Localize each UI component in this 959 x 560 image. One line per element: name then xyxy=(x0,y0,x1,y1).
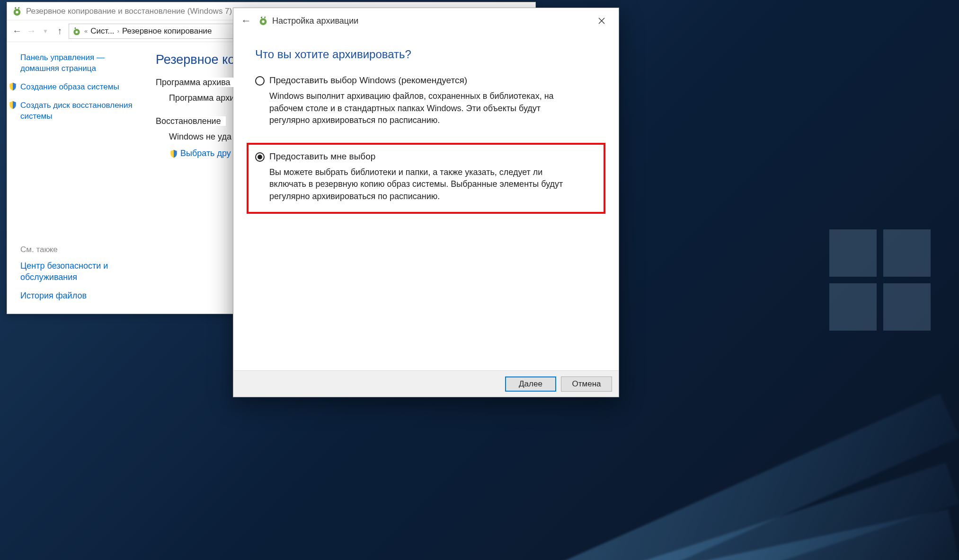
sidebar-home-link[interactable]: Панель управления — домашняя страница xyxy=(20,52,135,74)
close-button[interactable] xyxy=(591,13,612,29)
backup-icon xyxy=(258,16,268,26)
option-label: Предоставить выбор Windows (рекомендуетс… xyxy=(269,75,467,86)
option-label: Предоставить мне выбор xyxy=(269,151,375,162)
next-button[interactable]: Далее xyxy=(505,376,556,392)
svg-point-3 xyxy=(76,31,78,33)
dialog-back-button[interactable]: ← xyxy=(240,15,252,27)
dialog-body: Что вы хотите архивировать? Предоставить… xyxy=(233,34,619,223)
see-also-section: См. также Центр безопасности и обслужива… xyxy=(20,232,143,308)
option-let-windows-choose[interactable]: Предоставить выбор Windows (рекомендуетс… xyxy=(255,75,597,86)
breadcrumb[interactable]: Резервное копирование xyxy=(122,26,212,36)
sidebar-item-label: Создать диск восстановления системы xyxy=(20,100,135,122)
see-also-security-link[interactable]: Центр безопасности и обслуживания xyxy=(20,260,143,283)
breadcrumb[interactable]: Сист... xyxy=(90,26,114,36)
option-description: Windows выполнит архивацию файлов, сохра… xyxy=(269,90,582,127)
nav-back-button[interactable]: ← xyxy=(12,26,22,36)
dialog-title: Настройка архивации xyxy=(272,16,358,26)
backup-icon xyxy=(72,26,81,36)
nav-recent-dropdown[interactable]: ▼ xyxy=(40,26,51,36)
shield-icon xyxy=(169,149,178,158)
backup-wizard-dialog: ← Настройка архивации Что вы хотите архи… xyxy=(233,8,619,397)
sidebar: Панель управления — домашняя страница Со… xyxy=(7,42,144,314)
see-also-history-link[interactable]: История файлов xyxy=(20,290,143,301)
sidebar-create-image-link[interactable]: Создание образа системы xyxy=(8,82,135,93)
shield-icon xyxy=(8,100,18,110)
link-label: Выбрать дру xyxy=(180,149,231,158)
nav-forward-button[interactable]: → xyxy=(26,26,36,36)
close-icon xyxy=(598,18,605,24)
svg-point-1 xyxy=(16,11,18,14)
cancel-button[interactable]: Отмена xyxy=(561,376,612,392)
see-also-header: См. также xyxy=(20,245,143,254)
sidebar-item-label: Создание образа системы xyxy=(20,82,119,93)
dialog-heading: Что вы хотите архивировать? xyxy=(255,48,597,61)
radio-icon xyxy=(255,152,265,162)
windows-logo-grid xyxy=(829,229,931,331)
radio-icon xyxy=(255,76,265,86)
shield-icon xyxy=(8,82,18,91)
dialog-footer: Далее Отмена xyxy=(233,370,619,397)
dialog-titlebar: ← Настройка архивации xyxy=(233,8,619,34)
highlighted-option-box: Предоставить мне выбор Вы можете выбрать… xyxy=(247,143,605,214)
chevron-left-icon: « xyxy=(84,27,88,35)
svg-point-5 xyxy=(262,20,265,23)
nav-up-button[interactable]: ↑ xyxy=(54,26,65,36)
window-title: Резервное копирование и восстановление (… xyxy=(26,7,232,16)
option-description: Вы можете выбрать библиотеки и папки, а … xyxy=(269,166,582,203)
chevron-right-icon: › xyxy=(117,27,119,35)
option-let-me-choose[interactable]: Предоставить мне выбор xyxy=(255,151,597,162)
sidebar-create-disk-link[interactable]: Создать диск восстановления системы xyxy=(8,100,135,122)
backup-icon xyxy=(12,6,22,17)
